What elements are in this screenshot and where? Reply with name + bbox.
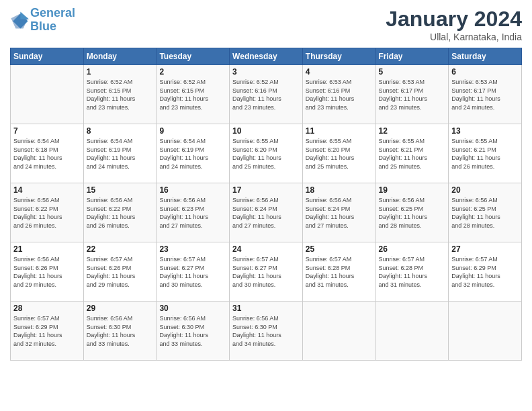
day-info: Sunrise: 6:56 AM Sunset: 6:22 PM Dayligh…	[87, 196, 154, 230]
col-header-friday: Friday	[375, 48, 449, 65]
header-row: SundayMondayTuesdayWednesdayThursdayFrid…	[11, 48, 522, 65]
calendar-cell	[375, 302, 449, 361]
day-number: 13	[451, 126, 519, 136]
calendar-cell: 8Sunrise: 6:54 AM Sunset: 6:19 PM Daylig…	[83, 124, 157, 183]
svg-marker-2	[20, 11, 29, 19]
calendar-cell: 16Sunrise: 6:56 AM Sunset: 6:23 PM Dayli…	[157, 183, 230, 242]
day-info: Sunrise: 6:56 AM Sunset: 6:25 PM Dayligh…	[379, 196, 446, 230]
calendar-cell: 27Sunrise: 6:57 AM Sunset: 6:29 PM Dayli…	[449, 242, 522, 302]
day-info: Sunrise: 6:52 AM Sunset: 6:15 PM Dayligh…	[159, 78, 226, 111]
day-number: 26	[379, 244, 446, 254]
day-number: 6	[451, 67, 519, 77]
day-info: Sunrise: 6:55 AM Sunset: 6:20 PM Dayligh…	[306, 137, 373, 171]
day-info: Sunrise: 6:52 AM Sunset: 6:15 PM Dayligh…	[87, 78, 154, 111]
day-info: Sunrise: 6:56 AM Sunset: 6:23 PM Dayligh…	[159, 196, 226, 230]
calendar-cell: 3Sunrise: 6:52 AM Sunset: 6:16 PM Daylig…	[230, 65, 303, 124]
calendar-cell: 15Sunrise: 6:56 AM Sunset: 6:22 PM Dayli…	[83, 183, 157, 242]
day-info: Sunrise: 6:56 AM Sunset: 6:24 PM Dayligh…	[232, 196, 300, 230]
day-info: Sunrise: 6:53 AM Sunset: 6:17 PM Dayligh…	[379, 78, 446, 111]
calendar-cell: 1Sunrise: 6:52 AM Sunset: 6:15 PM Daylig…	[83, 65, 157, 124]
calendar-cell: 24Sunrise: 6:57 AM Sunset: 6:27 PM Dayli…	[230, 242, 303, 302]
calendar-cell: 19Sunrise: 6:56 AM Sunset: 6:25 PM Dayli…	[375, 183, 449, 242]
calendar-cell: 6Sunrise: 6:53 AM Sunset: 6:17 PM Daylig…	[449, 65, 522, 124]
day-number: 11	[306, 126, 373, 136]
day-number: 21	[13, 244, 81, 254]
day-number: 9	[159, 126, 226, 136]
svg-marker-1	[11, 13, 28, 28]
calendar-cell: 21Sunrise: 6:56 AM Sunset: 6:26 PM Dayli…	[11, 242, 84, 302]
day-number: 30	[159, 304, 226, 313]
week-row-5: 28Sunrise: 6:57 AM Sunset: 6:29 PM Dayli…	[11, 302, 522, 361]
day-number: 27	[451, 244, 519, 254]
day-number: 29	[87, 304, 154, 313]
month-title: January 2024	[386, 7, 522, 32]
day-number: 19	[379, 185, 446, 195]
day-number: 20	[451, 185, 519, 195]
calendar-cell: 20Sunrise: 6:56 AM Sunset: 6:25 PM Dayli…	[449, 183, 522, 242]
day-info: Sunrise: 6:56 AM Sunset: 6:26 PM Dayligh…	[13, 255, 81, 289]
calendar-cell: 7Sunrise: 6:54 AM Sunset: 6:18 PM Daylig…	[11, 124, 84, 183]
calendar-cell: 2Sunrise: 6:52 AM Sunset: 6:15 PM Daylig…	[157, 65, 230, 124]
day-info: Sunrise: 6:54 AM Sunset: 6:18 PM Dayligh…	[13, 137, 81, 171]
logo-icon	[10, 11, 29, 30]
calendar-cell: 22Sunrise: 6:57 AM Sunset: 6:26 PM Dayli…	[83, 242, 157, 302]
week-row-3: 14Sunrise: 6:56 AM Sunset: 6:22 PM Dayli…	[11, 183, 522, 242]
day-info: Sunrise: 6:53 AM Sunset: 6:16 PM Dayligh…	[306, 78, 373, 111]
day-number: 24	[232, 244, 300, 254]
day-info: Sunrise: 6:54 AM Sunset: 6:19 PM Dayligh…	[87, 137, 154, 171]
calendar-cell: 29Sunrise: 6:56 AM Sunset: 6:30 PM Dayli…	[83, 302, 157, 361]
calendar-cell: 28Sunrise: 6:57 AM Sunset: 6:29 PM Dayli…	[11, 302, 84, 361]
day-number: 1	[87, 67, 154, 77]
calendar-cell: 23Sunrise: 6:57 AM Sunset: 6:27 PM Dayli…	[157, 242, 230, 302]
logo: General Blue	[10, 7, 75, 34]
day-info: Sunrise: 6:56 AM Sunset: 6:30 PM Dayligh…	[232, 314, 300, 348]
calendar-table: SundayMondayTuesdayWednesdayThursdayFrid…	[10, 48, 522, 361]
day-number: 16	[159, 185, 226, 195]
location: Ullal, Karnataka, India	[386, 32, 522, 42]
day-info: Sunrise: 6:57 AM Sunset: 6:29 PM Dayligh…	[13, 314, 81, 348]
day-number: 12	[379, 126, 446, 136]
calendar-cell: 9Sunrise: 6:54 AM Sunset: 6:19 PM Daylig…	[157, 124, 230, 183]
calendar-cell: 4Sunrise: 6:53 AM Sunset: 6:16 PM Daylig…	[302, 65, 375, 124]
day-info: Sunrise: 6:56 AM Sunset: 6:30 PM Dayligh…	[159, 314, 226, 348]
calendar-cell: 11Sunrise: 6:55 AM Sunset: 6:20 PM Dayli…	[302, 124, 375, 183]
page: General Blue January 2024 Ullal, Karnata…	[0, 0, 532, 411]
day-number: 25	[306, 244, 373, 254]
day-number: 3	[232, 67, 300, 77]
logo-general: General	[30, 6, 75, 19]
day-number: 7	[13, 126, 81, 136]
day-info: Sunrise: 6:57 AM Sunset: 6:27 PM Dayligh…	[232, 255, 300, 289]
day-info: Sunrise: 6:57 AM Sunset: 6:28 PM Dayligh…	[379, 255, 446, 289]
day-number: 18	[306, 185, 373, 195]
header: General Blue January 2024 Ullal, Karnata…	[10, 7, 522, 42]
calendar-cell: 10Sunrise: 6:55 AM Sunset: 6:20 PM Dayli…	[230, 124, 303, 183]
week-row-2: 7Sunrise: 6:54 AM Sunset: 6:18 PM Daylig…	[11, 124, 522, 183]
day-number: 15	[87, 185, 154, 195]
col-header-sunday: Sunday	[11, 48, 84, 65]
col-header-thursday: Thursday	[302, 48, 375, 65]
day-info: Sunrise: 6:56 AM Sunset: 6:30 PM Dayligh…	[87, 314, 154, 348]
col-header-wednesday: Wednesday	[230, 48, 303, 65]
calendar-cell: 31Sunrise: 6:56 AM Sunset: 6:30 PM Dayli…	[230, 302, 303, 361]
calendar-cell: 5Sunrise: 6:53 AM Sunset: 6:17 PM Daylig…	[375, 65, 449, 124]
day-number: 31	[232, 304, 300, 313]
col-header-saturday: Saturday	[449, 48, 522, 65]
logo-blue: Blue	[30, 19, 56, 33]
col-header-monday: Monday	[83, 48, 157, 65]
calendar-cell	[11, 65, 84, 124]
title-block: January 2024 Ullal, Karnataka, India	[386, 7, 522, 42]
calendar-cell: 14Sunrise: 6:56 AM Sunset: 6:22 PM Dayli…	[11, 183, 84, 242]
day-info: Sunrise: 6:53 AM Sunset: 6:17 PM Dayligh…	[451, 78, 519, 111]
day-number: 2	[159, 67, 226, 77]
week-row-4: 21Sunrise: 6:56 AM Sunset: 6:26 PM Dayli…	[11, 242, 522, 302]
calendar-cell: 18Sunrise: 6:56 AM Sunset: 6:24 PM Dayli…	[302, 183, 375, 242]
calendar-cell	[449, 302, 522, 361]
col-header-tuesday: Tuesday	[157, 48, 230, 65]
calendar-cell: 13Sunrise: 6:55 AM Sunset: 6:21 PM Dayli…	[449, 124, 522, 183]
day-number: 14	[13, 185, 81, 195]
day-number: 10	[232, 126, 300, 136]
day-info: Sunrise: 6:56 AM Sunset: 6:24 PM Dayligh…	[306, 196, 373, 230]
day-info: Sunrise: 6:55 AM Sunset: 6:20 PM Dayligh…	[232, 137, 300, 171]
day-info: Sunrise: 6:54 AM Sunset: 6:19 PM Dayligh…	[159, 137, 226, 171]
day-info: Sunrise: 6:57 AM Sunset: 6:27 PM Dayligh…	[159, 255, 226, 289]
